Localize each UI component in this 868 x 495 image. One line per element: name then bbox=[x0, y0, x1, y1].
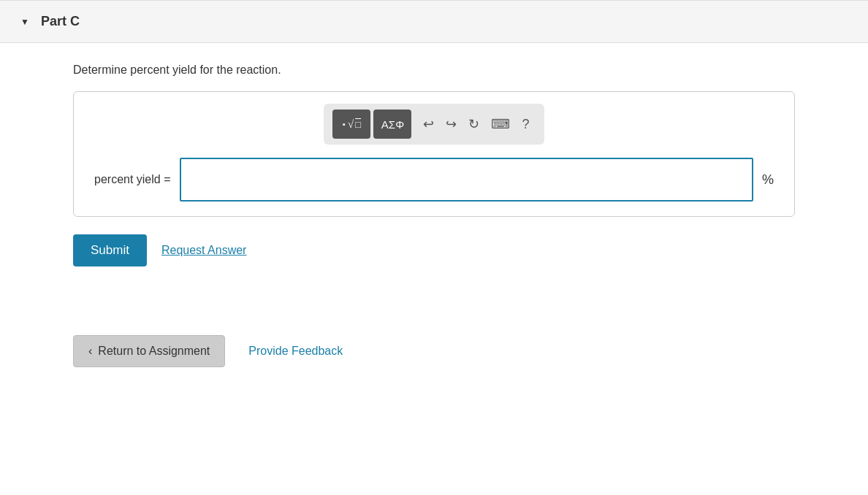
part-title: Part C bbox=[41, 14, 80, 29]
part-header: ▼ Part C bbox=[0, 0, 868, 43]
toolbar-math-group: ▪ √ □ ΑΣΦ bbox=[332, 110, 411, 139]
math-equation-button[interactable]: ▪ √ □ bbox=[332, 110, 370, 139]
content-area: Determine percent yield for the reaction… bbox=[0, 43, 868, 323]
collapse-chevron-icon[interactable]: ▼ bbox=[20, 17, 29, 27]
greek-symbols-button[interactable]: ΑΣΦ bbox=[373, 110, 411, 139]
greek-symbols-label: ΑΣΦ bbox=[381, 118, 404, 131]
math-toolbar: ▪ √ □ ΑΣΦ ↩ ↪ ↻ bbox=[324, 104, 544, 145]
input-row: percent yield = % bbox=[88, 158, 780, 202]
input-label: percent yield = bbox=[94, 173, 171, 186]
request-answer-button[interactable]: Request Answer bbox=[161, 244, 247, 257]
reset-button[interactable]: ↻ bbox=[462, 110, 485, 139]
keyboard-button[interactable]: ⌨ bbox=[485, 110, 516, 139]
chevron-left-icon: ‹ bbox=[88, 345, 92, 358]
math-equation-icon: ▪ √ □ bbox=[343, 118, 361, 131]
undo-button[interactable]: ↩ bbox=[417, 110, 440, 139]
submit-button[interactable]: Submit bbox=[73, 234, 147, 266]
answer-box: ▪ √ □ ΑΣΦ ↩ ↪ ↻ bbox=[73, 91, 795, 217]
bottom-bar: ‹ Return to Assignment Provide Feedback bbox=[0, 335, 868, 367]
provide-feedback-button[interactable]: Provide Feedback bbox=[248, 345, 343, 358]
reset-icon: ↻ bbox=[468, 116, 479, 132]
return-label: Return to Assignment bbox=[98, 345, 210, 358]
help-button[interactable]: ? bbox=[516, 110, 535, 139]
question-text: Determine percent yield for the reaction… bbox=[73, 64, 795, 77]
return-to-assignment-button[interactable]: ‹ Return to Assignment bbox=[73, 335, 225, 367]
action-row: Submit Request Answer bbox=[73, 234, 795, 266]
unit-label: % bbox=[762, 172, 774, 188]
page-container: ▼ Part C Determine percent yield for the… bbox=[0, 0, 868, 495]
redo-icon: ↪ bbox=[446, 116, 457, 132]
help-icon: ? bbox=[522, 117, 529, 132]
keyboard-icon: ⌨ bbox=[491, 116, 510, 132]
redo-button[interactable]: ↪ bbox=[440, 110, 462, 139]
percent-yield-input[interactable] bbox=[180, 158, 753, 202]
undo-icon: ↩ bbox=[423, 116, 434, 132]
